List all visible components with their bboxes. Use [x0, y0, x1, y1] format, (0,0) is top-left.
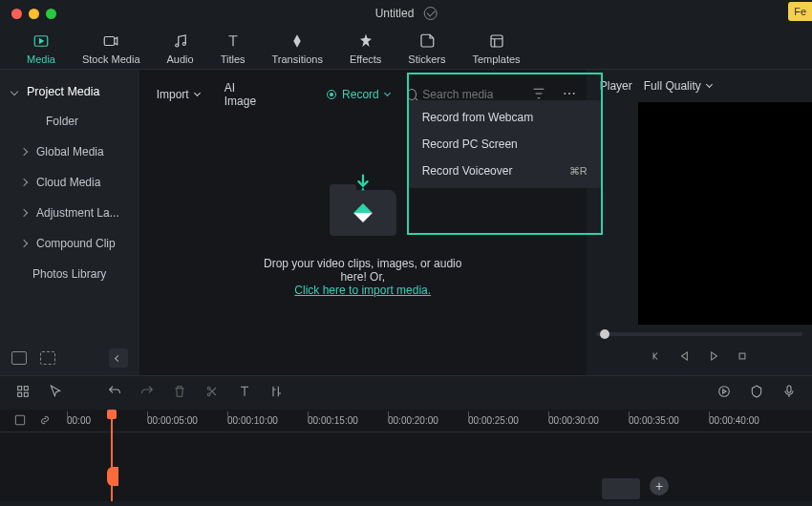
- svg-point-14: [207, 393, 210, 396]
- templates-icon: [486, 32, 507, 50]
- tab-stock-media[interactable]: Stock Media: [82, 32, 140, 65]
- svg-rect-17: [15, 415, 24, 424]
- menu-label: Record from Webcam: [422, 111, 533, 124]
- link-icon[interactable]: [38, 413, 52, 430]
- chevron-down-icon: [706, 81, 713, 88]
- chevron-right-icon: [20, 148, 28, 156]
- collapse-sidebar-button[interactable]: [109, 348, 128, 368]
- feedback-button[interactable]: Fe: [788, 2, 812, 21]
- minimize-window-icon[interactable]: [29, 9, 39, 19]
- chevron-right-icon: [20, 240, 28, 247]
- import-button[interactable]: Import: [149, 84, 207, 105]
- chevron-right-icon: [20, 179, 28, 186]
- timeline[interactable]: 00:00 00:00:05:00 00:00:10:00 00:00:15:0…: [0, 410, 812, 501]
- sidebar-item-compound-clip[interactable]: Compound Clip: [0, 228, 139, 259]
- button-label: Import: [157, 88, 189, 101]
- tab-transitions[interactable]: Transitions: [272, 32, 323, 65]
- sidebar-label: Global Media: [36, 145, 104, 158]
- track-options-icon[interactable]: [13, 413, 27, 430]
- svg-rect-10: [24, 387, 28, 390]
- player-header: Player Full Quality: [587, 70, 812, 102]
- sidebar-item-adjustment-layer[interactable]: Adjustment La...: [0, 198, 139, 228]
- transitions-icon: [287, 32, 308, 50]
- tab-label: Effects: [350, 53, 381, 65]
- play-button[interactable]: [707, 349, 720, 366]
- tab-label: Transitions: [272, 53, 323, 65]
- tab-label: Media: [27, 53, 55, 65]
- tab-label: Templates: [472, 53, 520, 65]
- tab-audio[interactable]: Audio: [167, 32, 194, 65]
- svg-point-7: [572, 92, 574, 94]
- tab-titles[interactable]: Titles: [221, 32, 246, 65]
- search-field[interactable]: [407, 88, 522, 101]
- playhead[interactable]: [111, 410, 113, 501]
- menu-label: Record PC Screen: [422, 137, 518, 151]
- media-panel: Import AI Image Record Record from W: [139, 70, 587, 375]
- menu-label: Record Voiceover: [422, 164, 513, 178]
- svg-rect-1: [104, 37, 115, 46]
- grid-view-icon[interactable]: [15, 384, 31, 402]
- sync-status-icon[interactable]: [423, 7, 437, 20]
- new-folder-icon[interactable]: [11, 351, 27, 365]
- sidebar-footer: [0, 341, 139, 375]
- scrub-handle[interactable]: [600, 329, 609, 339]
- content-row: Project Media Folder Global Media Cloud …: [0, 70, 812, 375]
- mic-icon[interactable]: [781, 384, 797, 402]
- track-marker[interactable]: [107, 467, 118, 486]
- add-track-button[interactable]: +: [650, 476, 669, 495]
- split-button[interactable]: [204, 384, 220, 402]
- delete-button[interactable]: [172, 384, 187, 402]
- sidebar-item-photos-library[interactable]: Photos Library: [0, 259, 139, 289]
- drop-text: Drop your video clips, images, or audio …: [251, 257, 475, 284]
- titlebar: Untitled Fe: [0, 0, 812, 27]
- ruler-tick: 00:00:35:00: [629, 415, 709, 426]
- sidebar-item-cloud-media[interactable]: Cloud Media: [0, 167, 139, 198]
- render-icon[interactable]: [716, 384, 732, 402]
- search-input[interactable]: [422, 88, 521, 101]
- svg-rect-9: [18, 387, 22, 390]
- selection-tool-icon[interactable]: [48, 384, 63, 402]
- tab-effects[interactable]: Effects: [350, 32, 381, 65]
- new-bin-icon[interactable]: [40, 351, 55, 365]
- sidebar-item-folder[interactable]: Folder: [0, 106, 139, 137]
- ai-image-button[interactable]: AI Image: [217, 77, 264, 112]
- tab-templates[interactable]: Templates: [472, 32, 520, 65]
- player-viewport[interactable]: [638, 102, 812, 325]
- tab-label: Stock Media: [82, 53, 140, 65]
- sidebar-label: Adjustment La...: [36, 206, 119, 220]
- drop-zone[interactable]: Drop your video clips, images, or audio …: [251, 173, 475, 297]
- sidebar-label: Compound Clip: [36, 237, 116, 250]
- ruler-tick: 00:00:40:00: [709, 415, 789, 426]
- import-link[interactable]: Click here to import media.: [294, 284, 431, 297]
- player-scrubber[interactable]: [596, 332, 802, 336]
- record-icon: [327, 90, 336, 99]
- tab-stickers[interactable]: Stickers: [408, 32, 445, 65]
- timeline-ruler[interactable]: 00:00 00:00:05:00 00:00:10:00 00:00:15:0…: [0, 410, 812, 432]
- svg-rect-12: [24, 392, 28, 396]
- stop-button[interactable]: [736, 349, 749, 366]
- track-placeholder: [602, 478, 640, 499]
- maximize-window-icon[interactable]: [46, 9, 56, 19]
- sidebar-item-global-media[interactable]: Global Media: [0, 137, 139, 167]
- adjust-icon[interactable]: [269, 384, 285, 402]
- sidebar-label: Photos Library: [32, 267, 106, 281]
- tab-media[interactable]: Media: [27, 32, 55, 65]
- track-area[interactable]: +: [0, 432, 812, 501]
- record-screen-item[interactable]: Record PC Screen: [409, 131, 601, 158]
- svg-point-5: [564, 92, 566, 94]
- play-reverse-button[interactable]: [678, 349, 692, 366]
- sidebar-label: Cloud Media: [36, 176, 100, 189]
- quality-selector[interactable]: Full Quality: [644, 79, 712, 93]
- record-voiceover-item[interactable]: Record Voiceover ⌘R: [409, 158, 601, 184]
- close-window-icon[interactable]: [11, 9, 22, 19]
- undo-button[interactable]: [107, 384, 122, 402]
- search-icon: [407, 89, 417, 100]
- record-webcam-item[interactable]: Record from Webcam: [409, 104, 601, 131]
- marker-icon[interactable]: [749, 384, 764, 402]
- ruler-tick: 00:00:15:00: [308, 415, 388, 426]
- sidebar-head-project-media[interactable]: Project Media: [0, 77, 139, 106]
- prev-frame-button[interactable]: [650, 349, 663, 366]
- text-tool-icon[interactable]: [237, 384, 252, 402]
- redo-button[interactable]: [139, 384, 155, 402]
- record-button[interactable]: Record: [319, 84, 397, 105]
